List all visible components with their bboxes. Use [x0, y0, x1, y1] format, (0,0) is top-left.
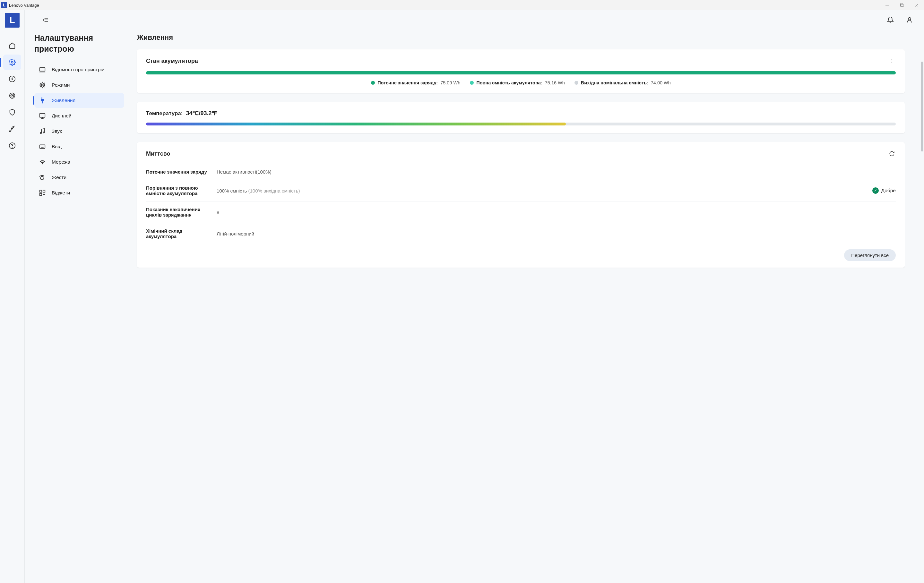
sidebar-item-label: Віджети [52, 190, 70, 196]
rail-item-download[interactable] [3, 71, 21, 87]
sidebar-item-gestures[interactable]: Жести [34, 170, 124, 185]
svg-point-12 [908, 18, 911, 20]
titlebar: L Lenovo Vantage [0, 0, 924, 10]
refresh-button[interactable] [888, 150, 896, 158]
rail-item-help[interactable] [3, 138, 21, 153]
svg-point-9 [12, 95, 13, 96]
sidebar-item-label: Ввід [52, 144, 62, 150]
sidebar-item-modes[interactable]: Режими [34, 77, 124, 92]
sidebar-item-label: Мережа [52, 159, 70, 165]
sidebar-item-display[interactable]: Дисплей [34, 109, 124, 123]
stat-chemistry: Хімічний склад акумулятора Літій-полімер… [146, 223, 896, 244]
sidebar-item-label: Жести [52, 175, 66, 180]
page-title: Живлення [137, 33, 905, 42]
rail-item-home[interactable] [3, 38, 21, 53]
svg-rect-28 [40, 193, 42, 195]
instant-card: Миттєво Поточне значення заряду Немає ак… [137, 142, 905, 268]
nav-rail: L [0, 10, 25, 583]
battery-bar [146, 71, 896, 74]
svg-point-33 [892, 62, 892, 63]
sidebar-item-power[interactable]: Живлення [34, 93, 124, 108]
widgets-icon [39, 189, 46, 196]
svg-rect-26 [40, 190, 42, 192]
stat-capacity-compare: Порівняння з повною ємністю акумулятора … [146, 180, 896, 201]
sidebar-item-label: Режими [52, 82, 69, 88]
svg-rect-21 [40, 145, 45, 148]
check-icon: ✓ [872, 188, 879, 194]
sidebar-item-label: Звук [52, 128, 62, 134]
minimize-button[interactable] [880, 0, 894, 10]
dot-icon [371, 81, 375, 85]
battery-legend: Поточне значення заряду:75.09 Wh Повна є… [146, 80, 896, 86]
side-panel: Налаштування пристрою Відомості про прис… [25, 30, 130, 583]
sidebar-item-network[interactable]: Мережа [34, 155, 124, 170]
temperature-bar [146, 123, 896, 125]
plug-icon [39, 97, 46, 104]
rail-item-rocket[interactable] [3, 121, 21, 137]
sidebar-item-device-info[interactable]: Відомості про пристрій [34, 62, 124, 77]
maximize-button[interactable] [894, 0, 909, 10]
status-badge: ✓Добре [872, 188, 896, 194]
wifi-icon [39, 158, 46, 166]
svg-point-15 [41, 84, 43, 86]
scrollbar[interactable] [921, 62, 923, 152]
sidebar-item-label: Відомості про пристрій [52, 67, 105, 72]
svg-rect-2 [901, 4, 903, 7]
main-content: Живлення Стан акумулятора Поточне значен… [130, 30, 924, 583]
temperature-value: 34℃/93.2℉ [186, 110, 217, 117]
more-button[interactable] [888, 57, 896, 65]
sidebar-item-label: Живлення [52, 97, 76, 103]
sidebar-item-widgets[interactable]: Віджети [34, 186, 124, 200]
svg-rect-16 [40, 113, 45, 117]
svg-point-5 [11, 61, 13, 63]
svg-point-31 [892, 59, 892, 60]
sidebar-item-audio[interactable]: Звук [34, 124, 124, 138]
notifications-button[interactable] [886, 15, 895, 25]
gear-icon [39, 81, 46, 89]
account-button[interactable] [905, 15, 914, 25]
battery-state-card: Стан акумулятора Поточне значення заряду… [137, 49, 905, 93]
monitor-icon [39, 112, 46, 119]
rail-item-target[interactable] [3, 88, 21, 103]
instant-title: Миттєво [146, 150, 170, 157]
dot-icon [470, 81, 474, 85]
stat-cycles: Показник накопичених циклів заряджання 8 [146, 201, 896, 223]
sidebar-item-input[interactable]: Ввід [34, 139, 124, 154]
svg-point-19 [40, 132, 42, 133]
dot-icon [574, 81, 578, 85]
stat-current-charge: Поточне значення заряду Немає активності… [146, 164, 896, 180]
svg-rect-13 [40, 68, 45, 71]
svg-point-20 [43, 132, 45, 133]
keyboard-icon [39, 143, 46, 150]
app-icon: L [1, 2, 7, 8]
svg-point-11 [12, 147, 13, 147]
svg-rect-27 [43, 190, 45, 192]
side-panel-title: Налаштування пристрою [34, 33, 124, 54]
laptop-icon [39, 66, 46, 73]
hand-icon [39, 174, 46, 181]
rail-item-settings[interactable] [3, 54, 21, 70]
view-all-button[interactable]: Переглянути все [844, 249, 896, 261]
battery-state-title: Стан акумулятора [146, 58, 198, 64]
close-button[interactable] [909, 0, 924, 10]
app-logo[interactable]: L [5, 13, 20, 28]
svg-point-32 [892, 61, 892, 61]
collapse-sidebar-button[interactable] [41, 15, 50, 25]
topbar [25, 10, 924, 30]
rail-item-shield[interactable] [3, 105, 21, 120]
temperature-label: Температура: [146, 110, 183, 117]
sidebar-item-label: Дисплей [52, 113, 72, 119]
music-icon [39, 128, 46, 135]
window-title: Lenovo Vantage [9, 3, 39, 8]
temperature-card: Температура: 34℃/93.2℉ [137, 102, 905, 133]
